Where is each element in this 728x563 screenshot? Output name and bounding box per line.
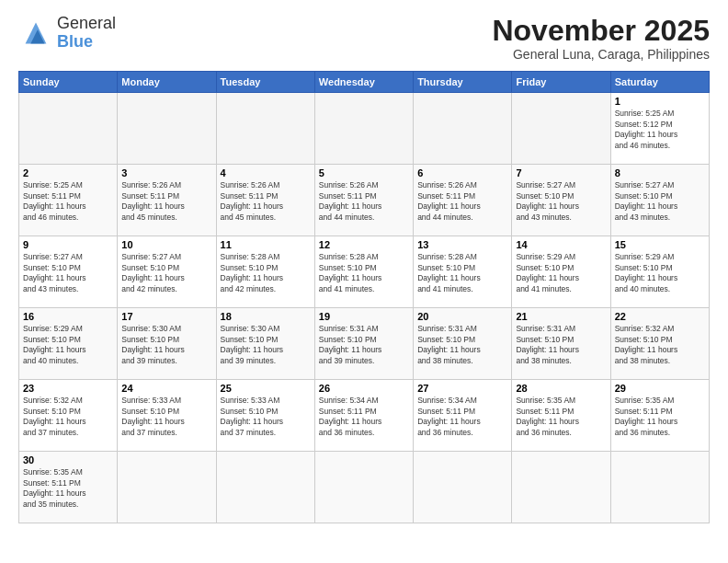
calendar-day-cell: 5Sunrise: 5:26 AM Sunset: 5:11 PM Daylig… — [314, 165, 413, 236]
day-info: Sunrise: 5:29 AM Sunset: 5:10 PM Dayligh… — [516, 252, 606, 294]
day-number: 30 — [23, 454, 113, 465]
calendar-day-cell — [118, 452, 216, 523]
day-number: 23 — [23, 383, 113, 394]
calendar-day-cell: 13Sunrise: 5:28 AM Sunset: 5:10 PM Dayli… — [414, 236, 512, 308]
logo-text: General Blue — [57, 15, 116, 52]
day-info: Sunrise: 5:32 AM Sunset: 5:10 PM Dayligh… — [23, 396, 113, 438]
calendar-day-cell: 7Sunrise: 5:27 AM Sunset: 5:10 PM Daylig… — [512, 165, 610, 236]
calendar-day-cell: 12Sunrise: 5:28 AM Sunset: 5:10 PM Dayli… — [314, 236, 413, 308]
day-number: 15 — [615, 239, 705, 250]
day-info: Sunrise: 5:35 AM Sunset: 5:11 PM Dayligh… — [23, 467, 113, 510]
day-number: 24 — [121, 383, 211, 394]
day-number: 22 — [615, 311, 705, 322]
calendar-day-cell: 21Sunrise: 5:31 AM Sunset: 5:10 PM Dayli… — [512, 308, 610, 380]
day-number: 5 — [319, 167, 409, 178]
day-info: Sunrise: 5:27 AM Sunset: 5:10 PM Dayligh… — [615, 180, 705, 223]
calendar-day-cell — [512, 452, 610, 523]
day-number: 11 — [221, 239, 311, 250]
calendar-day-cell: 4Sunrise: 5:26 AM Sunset: 5:11 PM Daylig… — [216, 165, 314, 236]
day-info: Sunrise: 5:31 AM Sunset: 5:10 PM Dayligh… — [417, 324, 507, 366]
calendar-day-cell: 10Sunrise: 5:27 AM Sunset: 5:10 PM Dayli… — [118, 236, 216, 308]
calendar-day-cell — [216, 93, 314, 165]
weekday-monday: Monday — [118, 72, 216, 93]
calendar-day-cell: 3Sunrise: 5:26 AM Sunset: 5:11 PM Daylig… — [118, 165, 216, 236]
day-number: 25 — [221, 383, 311, 394]
day-number: 20 — [417, 311, 507, 322]
day-info: Sunrise: 5:28 AM Sunset: 5:10 PM Dayligh… — [319, 252, 409, 294]
day-info: Sunrise: 5:35 AM Sunset: 5:11 PM Dayligh… — [516, 396, 606, 438]
day-info: Sunrise: 5:29 AM Sunset: 5:10 PM Dayligh… — [23, 324, 113, 366]
calendar-day-cell — [414, 452, 512, 523]
calendar-day-cell: 25Sunrise: 5:33 AM Sunset: 5:10 PM Dayli… — [216, 380, 314, 452]
day-number: 9 — [23, 239, 113, 250]
day-number: 16 — [23, 311, 113, 322]
day-info: Sunrise: 5:35 AM Sunset: 5:11 PM Dayligh… — [615, 396, 705, 438]
day-info: Sunrise: 5:32 AM Sunset: 5:10 PM Dayligh… — [615, 324, 705, 366]
calendar-day-cell: 24Sunrise: 5:33 AM Sunset: 5:10 PM Dayli… — [118, 380, 216, 452]
title-block: November 2025 General Luna, Caraga, Phil… — [492, 15, 710, 62]
day-info: Sunrise: 5:25 AM Sunset: 5:11 PM Dayligh… — [23, 180, 113, 223]
calendar-day-cell: 27Sunrise: 5:34 AM Sunset: 5:11 PM Dayli… — [414, 380, 512, 452]
day-info: Sunrise: 5:33 AM Sunset: 5:10 PM Dayligh… — [221, 396, 311, 438]
day-info: Sunrise: 5:26 AM Sunset: 5:11 PM Dayligh… — [121, 180, 211, 223]
day-number: 8 — [615, 167, 705, 178]
calendar-day-cell: 26Sunrise: 5:34 AM Sunset: 5:11 PM Dayli… — [314, 380, 413, 452]
day-info: Sunrise: 5:25 AM Sunset: 5:12 PM Dayligh… — [615, 109, 705, 151]
calendar-day-cell: 14Sunrise: 5:29 AM Sunset: 5:10 PM Dayli… — [512, 236, 610, 308]
calendar-week-row: 2Sunrise: 5:25 AM Sunset: 5:11 PM Daylig… — [19, 165, 710, 236]
calendar-day-cell: 19Sunrise: 5:31 AM Sunset: 5:10 PM Dayli… — [314, 308, 413, 380]
calendar-day-cell: 15Sunrise: 5:29 AM Sunset: 5:10 PM Dayli… — [610, 236, 709, 308]
weekday-tuesday: Tuesday — [216, 72, 314, 93]
day-number: 26 — [319, 383, 409, 394]
logo-icon — [18, 16, 53, 51]
calendar-day-cell: 6Sunrise: 5:26 AM Sunset: 5:11 PM Daylig… — [414, 165, 512, 236]
calendar-day-cell — [216, 452, 314, 523]
weekday-wednesday: Wednesday — [314, 72, 413, 93]
month-title: November 2025 — [492, 15, 710, 47]
day-info: Sunrise: 5:31 AM Sunset: 5:10 PM Dayligh… — [516, 324, 606, 366]
calendar-day-cell: 11Sunrise: 5:28 AM Sunset: 5:10 PM Dayli… — [216, 236, 314, 308]
day-info: Sunrise: 5:28 AM Sunset: 5:10 PM Dayligh… — [417, 252, 507, 294]
weekday-friday: Friday — [512, 72, 610, 93]
logo: General Blue — [18, 15, 116, 52]
calendar-week-row: 9Sunrise: 5:27 AM Sunset: 5:10 PM Daylig… — [19, 236, 710, 308]
day-number: 13 — [417, 239, 507, 250]
day-number: 28 — [516, 383, 606, 394]
page: General Blue November 2025 General Luna,… — [0, 0, 728, 533]
day-number: 6 — [417, 167, 507, 178]
calendar-table: SundayMondayTuesdayWednesdayThursdayFrid… — [18, 71, 710, 523]
calendar-day-cell: 2Sunrise: 5:25 AM Sunset: 5:11 PM Daylig… — [19, 165, 118, 236]
day-number: 19 — [319, 311, 409, 322]
day-number: 4 — [221, 167, 311, 178]
day-number: 18 — [221, 311, 311, 322]
calendar-day-cell — [118, 93, 216, 165]
header: General Blue November 2025 General Luna,… — [18, 15, 710, 62]
calendar-day-cell: 22Sunrise: 5:32 AM Sunset: 5:10 PM Dayli… — [610, 308, 709, 380]
weekday-saturday: Saturday — [610, 72, 709, 93]
day-number: 29 — [615, 383, 705, 394]
weekday-header-row: SundayMondayTuesdayWednesdayThursdayFrid… — [19, 72, 710, 93]
calendar-day-cell: 16Sunrise: 5:29 AM Sunset: 5:10 PM Dayli… — [19, 308, 118, 380]
calendar-day-cell: 9Sunrise: 5:27 AM Sunset: 5:10 PM Daylig… — [19, 236, 118, 308]
weekday-sunday: Sunday — [19, 72, 118, 93]
calendar-week-row: 30Sunrise: 5:35 AM Sunset: 5:11 PM Dayli… — [19, 452, 710, 523]
calendar-day-cell — [512, 93, 610, 165]
day-info: Sunrise: 5:30 AM Sunset: 5:10 PM Dayligh… — [121, 324, 211, 366]
calendar-day-cell: 8Sunrise: 5:27 AM Sunset: 5:10 PM Daylig… — [610, 165, 709, 236]
day-number: 12 — [319, 239, 409, 250]
calendar-week-row: 23Sunrise: 5:32 AM Sunset: 5:10 PM Dayli… — [19, 380, 710, 452]
calendar-day-cell: 29Sunrise: 5:35 AM Sunset: 5:11 PM Dayli… — [610, 380, 709, 452]
day-number: 27 — [417, 383, 507, 394]
day-info: Sunrise: 5:27 AM Sunset: 5:10 PM Dayligh… — [23, 252, 113, 294]
day-info: Sunrise: 5:26 AM Sunset: 5:11 PM Dayligh… — [417, 180, 507, 223]
calendar-day-cell — [610, 452, 709, 523]
calendar-day-cell: 28Sunrise: 5:35 AM Sunset: 5:11 PM Dayli… — [512, 380, 610, 452]
calendar-day-cell — [19, 93, 118, 165]
day-number: 1 — [615, 96, 705, 107]
day-info: Sunrise: 5:28 AM Sunset: 5:10 PM Dayligh… — [221, 252, 311, 294]
calendar-day-cell: 18Sunrise: 5:30 AM Sunset: 5:10 PM Dayli… — [216, 308, 314, 380]
calendar-day-cell: 17Sunrise: 5:30 AM Sunset: 5:10 PM Dayli… — [118, 308, 216, 380]
day-info: Sunrise: 5:33 AM Sunset: 5:10 PM Dayligh… — [121, 396, 211, 438]
location-subtitle: General Luna, Caraga, Philippines — [492, 47, 710, 62]
day-info: Sunrise: 5:26 AM Sunset: 5:11 PM Dayligh… — [221, 180, 311, 223]
